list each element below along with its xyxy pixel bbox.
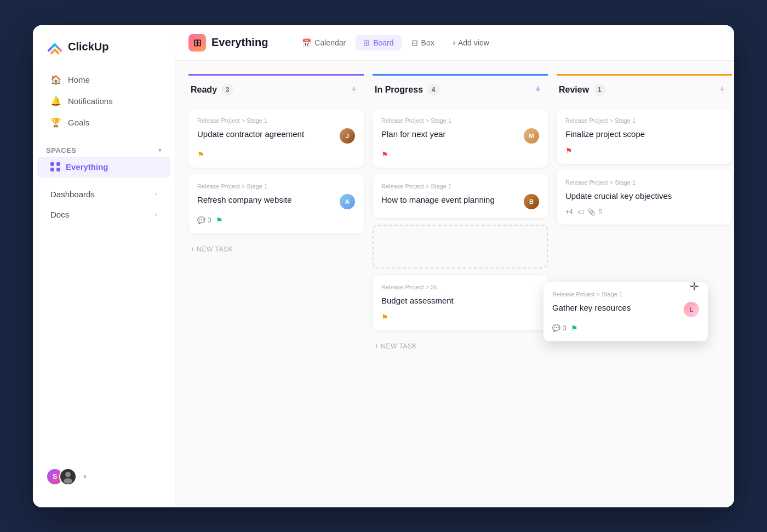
card-meta: Release Project > Stage 1 <box>565 179 723 186</box>
column-header-in-progress: In Progress 4 + <box>373 74 548 102</box>
card-meta: Release Project > Stage 1 <box>381 183 539 190</box>
card-extras: 🏷 📎 5 <box>577 208 603 216</box>
app-window: ClickUp 🏠 Home 🔔 Notifications 🏆 Goals S… <box>33 25 734 507</box>
docs-chevron-icon: › <box>155 210 157 218</box>
ready-count: 3 <box>221 84 233 96</box>
floating-card-meta: Release Project > Stage 1 <box>552 291 699 298</box>
flag-icon: ⚑ <box>571 324 578 333</box>
tag-icon: 🏷 <box>577 208 584 216</box>
user2-icon <box>60 469 76 484</box>
sidebar-item-home[interactable]: 🏠 Home <box>37 69 170 90</box>
sidebar-item-everything[interactable]: Everything <box>37 157 170 178</box>
comment-number: 3 <box>563 324 566 332</box>
card-budget-assessment[interactable]: Release Project > St... Budget assessmen… <box>373 275 548 330</box>
extras-badge: +4 <box>565 208 573 216</box>
review-title: Review <box>559 85 589 95</box>
goals-icon: 🏆 <box>50 117 61 128</box>
comment-icon: 💬 <box>197 216 205 224</box>
topbar-title-area: ⊞ Everything <box>188 34 268 52</box>
column-review: Review 1 + Release Project > Stage 1 Fin… <box>557 74 732 225</box>
ready-add-button[interactable]: + <box>346 82 362 98</box>
flag-icon: ⚑ <box>216 216 223 225</box>
board-label: Board <box>373 38 393 47</box>
card-title: Plan for next year <box>381 128 519 140</box>
card-footer: ⚑ <box>381 150 539 159</box>
spaces-section-header[interactable]: Spaces ▾ <box>33 138 175 157</box>
svg-point-1 <box>64 478 72 484</box>
comment-icon: 💬 <box>552 324 560 332</box>
nav-calendar[interactable]: 📅 Calendar <box>294 35 353 50</box>
card-title: Refresh company website <box>197 194 335 205</box>
card-title: Finalize project scope <box>565 128 723 140</box>
sidebar-notifications-label: Notifications <box>68 96 113 106</box>
flag-icon: ⚑ <box>381 313 388 322</box>
card-plan-next-year[interactable]: Release Project > Stage 1 Plan for next … <box>373 108 548 168</box>
card-event-planning[interactable]: Release Project > Stage 1 How to manage … <box>373 174 548 218</box>
notifications-icon: 🔔 <box>50 96 61 106</box>
everything-view-icon: ⊞ <box>188 34 206 52</box>
ready-new-task-button[interactable]: + NEW TASK <box>188 240 364 259</box>
board-inner: Ready 3 + Release Project > Stage 1 Upda… <box>188 74 734 356</box>
floating-card[interactable]: ✛ Release Project > Stage 1 Gather key r… <box>543 282 708 341</box>
card-header: Plan for next year M <box>381 128 539 144</box>
sidebar-home-label: Home <box>68 75 90 84</box>
docs-label: Docs <box>50 210 69 219</box>
sidebar-item-docs[interactable]: Docs › <box>37 204 170 225</box>
card-avatar: B <box>524 194 539 209</box>
review-title-area: Review 1 <box>559 84 605 96</box>
card-header: How to manage event planning B <box>381 194 539 209</box>
main-content: ⊞ Everything 📅 Calendar ⊞ Board ⊟ Box + … <box>175 25 734 507</box>
svg-point-0 <box>65 472 71 477</box>
logo: ClickUp <box>33 38 175 69</box>
ready-title: Ready <box>191 85 217 95</box>
dashboards-label: Dashboards <box>50 190 95 199</box>
card-title: Update contractor agreement <box>197 128 335 140</box>
card-update-objectives[interactable]: Release Project > Stage 1 Update crucial… <box>557 170 732 225</box>
in-progress-new-task-button[interactable]: + NEW TASK <box>373 337 548 356</box>
nav-board[interactable]: ⊞ Board <box>356 35 401 50</box>
column-header-review: Review 1 + <box>557 74 732 102</box>
sidebar-item-goals[interactable]: 🏆 Goals <box>37 112 170 133</box>
topbar: ⊞ Everything 📅 Calendar ⊞ Board ⊟ Box + … <box>175 25 734 61</box>
card-update-contractor[interactable]: Release Project > Stage 1 Update contrac… <box>188 108 364 168</box>
spaces-chevron-icon: ▾ <box>158 146 162 154</box>
card-meta: Release Project > Stage 1 <box>197 183 355 190</box>
move-icon: ✛ <box>690 280 699 293</box>
ready-title-area: Ready 3 <box>191 84 233 96</box>
review-add-button[interactable]: + <box>714 82 730 98</box>
calendar-icon: 📅 <box>302 38 311 47</box>
in-progress-add-button[interactable]: + <box>530 82 546 98</box>
comment-count: 💬 3 <box>197 216 211 224</box>
add-view-button[interactable]: + Add view <box>444 35 497 50</box>
card-footer: 💬 3 ⚑ <box>197 216 355 225</box>
sidebar-goals-label: Goals <box>68 118 89 127</box>
spaces-label: Spaces <box>46 146 77 155</box>
topbar-title: Everything <box>211 36 268 49</box>
review-count: 1 <box>593 84 605 96</box>
floating-card-header: Gather key resources L <box>552 302 699 317</box>
calendar-label: Calendar <box>314 38 346 47</box>
add-view-label: + Add view <box>452 38 489 47</box>
floating-card-footer: 💬 3 ⚑ <box>552 324 699 333</box>
card-meta: Release Project > St... <box>381 284 539 290</box>
column-ready: Ready 3 + Release Project > Stage 1 Upda… <box>188 74 364 259</box>
sidebar-item-dashboards[interactable]: Dashboards › <box>37 184 170 204</box>
board: Ready 3 + Release Project > Stage 1 Upda… <box>175 61 734 507</box>
card-refresh-website[interactable]: Release Project > Stage 1 Refresh compan… <box>188 174 364 233</box>
footer-chevron-icon: ▾ <box>83 473 87 480</box>
card-header: Update crucial key objectives <box>565 190 723 202</box>
user-avatar-group[interactable]: S <box>46 468 77 485</box>
sidebar-footer: S ▾ <box>33 459 175 494</box>
floating-card-title: Gather key resources <box>552 302 679 313</box>
card-title: Budget assessment <box>381 295 539 306</box>
clip-icon: 📎 <box>587 208 596 216</box>
card-finalize-scope[interactable]: Release Project > Stage 1 Finalize proje… <box>557 108 732 164</box>
everything-icon <box>50 162 60 172</box>
nav-box[interactable]: ⊟ Box <box>404 35 442 50</box>
avatar-user2 <box>59 468 77 485</box>
sidebar-item-notifications[interactable]: 🔔 Notifications <box>37 90 170 112</box>
topbar-nav: 📅 Calendar ⊞ Board ⊟ Box + Add view <box>294 35 496 50</box>
comment-count: 💬 3 <box>552 324 566 332</box>
in-progress-title-area: In Progress 4 <box>375 84 439 96</box>
dashboards-chevron-icon: › <box>155 190 157 198</box>
